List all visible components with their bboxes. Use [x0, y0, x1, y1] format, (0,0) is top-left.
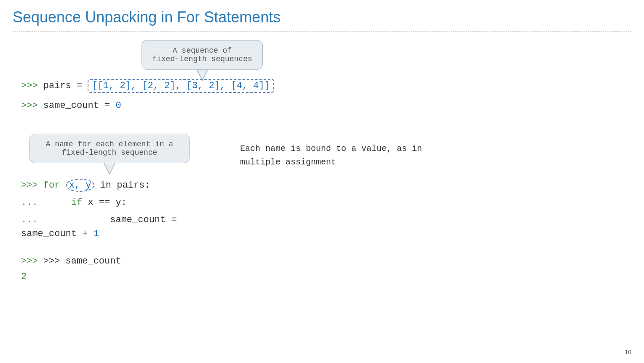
slide-number: 10 — [625, 349, 631, 355]
prompt-3: >>> — [21, 180, 43, 191]
prompt-5: ... — [21, 215, 43, 225]
if-body: x == y: — [82, 197, 127, 208]
xy-vars: x, y — [69, 180, 91, 191]
kw-if: if — [71, 197, 82, 208]
same-count-init-text: same_count = — [43, 100, 116, 111]
if-indent — [43, 197, 71, 208]
annotation-right: Each name is bound to a value, as in mul… — [240, 138, 422, 169]
prompt-1: >>> — [21, 81, 43, 91]
svg-marker-3 — [104, 163, 115, 173]
pairs-value: [[1, 2], [2, 2], [3, 2], [4, 4]] — [92, 81, 270, 91]
code-if-line: ... if x == y: — [21, 196, 127, 210]
code-for-line: >>> for x, y in pairs: — [21, 178, 150, 192]
same-count-query-text: >>> same_count — [43, 256, 121, 266]
in-pairs: in pairs: — [94, 180, 150, 191]
code-pairs-line: >>> pairs = [[1, 2], [2, 2], [3, 2], [4,… — [21, 79, 631, 93]
annotation-line1: Each name is bound to a value, as in — [240, 142, 422, 156]
annotation-line2: multiple assignment — [240, 156, 422, 169]
top-callout-section: A sequence of fixed-length sequences — [114, 40, 291, 81]
middle-left: A name for each element in a fixed-lengt… — [21, 125, 215, 242]
content-area: A sequence of fixed-length sequences >>>… — [13, 40, 631, 284]
code-body-line: ... same_count = same_count + 1 — [21, 213, 215, 241]
code-pairs-text: pairs = — [43, 81, 88, 91]
kw-for: for — [43, 180, 66, 191]
top-callout-line2: fixed-length sequences — [152, 55, 252, 63]
middle-callout-line1: A name for each element in a — [46, 140, 173, 148]
slide-container: Sequence Unpacking in For Statements A s… — [0, 0, 644, 363]
prompt-2: >>> — [21, 100, 43, 111]
middle-callout-line2: fixed-length sequence — [62, 148, 158, 157]
middle-section: A name for each element in a fixed-lengt… — [21, 125, 631, 242]
one-value: 1 — [94, 229, 99, 239]
code-same-count-query: >>> >>> same_count — [21, 254, 631, 268]
middle-callout-wrapper: A name for each element in a fixed-lengt… — [29, 134, 190, 175]
middle-callout-arrow — [104, 163, 115, 175]
bottom-divider — [0, 346, 644, 346]
prompt-4: ... — [21, 197, 43, 208]
prompt-6: >>> — [21, 256, 43, 266]
slide-title: Sequence Unpacking in For Statements — [13, 8, 631, 32]
code-same-count-init: >>> same_count = 0 — [21, 99, 631, 113]
zero-value: 0 — [115, 100, 121, 111]
svg-marker-1 — [197, 70, 207, 80]
result-value: 2 — [21, 272, 27, 282]
code-result-line: 2 — [21, 270, 631, 284]
xy-dashed-oval: x, y — [66, 179, 95, 192]
pairs-dashed-box: [[1, 2], [2, 2], [3, 2], [4, 4]] — [88, 79, 274, 93]
top-callout-box: A sequence of fixed-length sequences — [142, 40, 263, 70]
top-callout-line1: A sequence of — [173, 46, 232, 55]
middle-callout-box: A name for each element in a fixed-lengt… — [29, 134, 190, 163]
